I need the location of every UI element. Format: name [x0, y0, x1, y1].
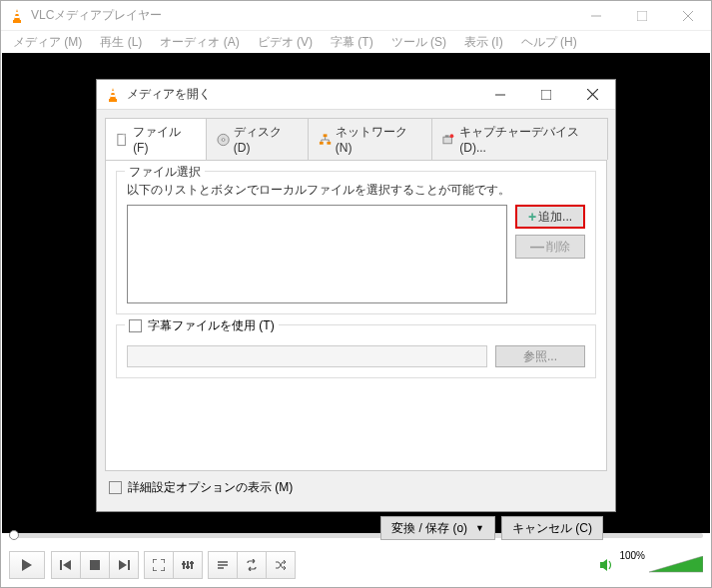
- stop-button[interactable]: [80, 551, 110, 579]
- dialog-titlebar: メディアを開く: [97, 80, 615, 110]
- file-selection-fieldset: ファイル選択 以下のリストとボタンでローカルファイルを選択することが可能です。 …: [116, 171, 596, 314]
- convert-save-button[interactable]: 変換 / 保存 (o) ▼: [380, 516, 495, 540]
- tab-file[interactable]: ファイル (F): [105, 118, 207, 160]
- svg-rect-38: [320, 141, 324, 144]
- speaker-icon[interactable]: [599, 557, 615, 573]
- close-button[interactable]: [665, 1, 711, 31]
- tab-network[interactable]: ネットワーク (N): [308, 118, 433, 160]
- menu-audio[interactable]: オーディオ (A): [152, 32, 247, 53]
- svg-marker-8: [22, 559, 32, 571]
- tabs: ファイル (F) ディスク (D) ネットワーク (N) キャプチャーデバイス(…: [105, 118, 607, 160]
- minimize-button[interactable]: [573, 1, 619, 31]
- file-selection-desc: 以下のリストとボタンでローカルファイルを選択することが可能です。: [127, 182, 585, 199]
- minus-icon: —: [530, 239, 544, 255]
- dialog-title: メディアを開く: [127, 86, 477, 103]
- add-button[interactable]: + 追加...: [515, 205, 585, 229]
- next-button[interactable]: [109, 551, 139, 579]
- svg-rect-41: [445, 135, 449, 137]
- svg-rect-9: [60, 560, 62, 570]
- svg-point-36: [222, 138, 225, 141]
- playback-controls: 100%: [9, 549, 703, 581]
- volume-area: 100%: [599, 556, 703, 574]
- prev-button[interactable]: [51, 551, 81, 579]
- tab-content: ファイル選択 以下のリストとボタンでローカルファイルを選択することが可能です。 …: [105, 160, 607, 471]
- svg-marker-10: [63, 560, 71, 570]
- menu-video[interactable]: ビデオ (V): [250, 32, 321, 53]
- svg-rect-13: [128, 560, 130, 570]
- dropdown-arrow-icon: ▼: [475, 523, 484, 533]
- svg-rect-5: [637, 11, 647, 21]
- advanced-label: 詳細設定オプションの表示 (M): [128, 479, 293, 496]
- svg-marker-24: [649, 556, 703, 572]
- volume-value: 100%: [619, 550, 645, 561]
- subtitle-path-input: [127, 345, 487, 367]
- svg-rect-27: [111, 91, 115, 93]
- menu-playback[interactable]: 再生 (L): [92, 32, 150, 53]
- subtitle-checkbox-label: 字幕ファイルを使用 (T): [148, 317, 275, 334]
- open-media-dialog: メディアを開く ファイル (F) ディスク (D) ネットワーク (N) キャプ…: [96, 79, 616, 512]
- dialog-bottom-row: 詳細設定オプションの表示 (M) 変換 / 保存 (o) ▼ キャンセル (C): [109, 479, 603, 540]
- svg-rect-39: [327, 141, 331, 144]
- advanced-checkbox[interactable]: [109, 481, 122, 494]
- main-titlebar: VLCメディアプレイヤー: [1, 1, 711, 31]
- playlist-button[interactable]: [208, 551, 238, 579]
- svg-rect-30: [541, 90, 551, 100]
- tab-capture[interactable]: キャプチャーデバイス(D)...: [431, 118, 608, 160]
- svg-marker-23: [600, 559, 607, 571]
- seek-thumb[interactable]: [9, 530, 19, 540]
- vlc-logo-icon: [105, 87, 121, 103]
- file-icon: [116, 133, 129, 147]
- dialog-minimize-button[interactable]: [477, 80, 523, 110]
- play-button[interactable]: [9, 551, 45, 579]
- menu-tools[interactable]: ツール (S): [383, 32, 454, 53]
- svg-point-42: [450, 134, 454, 138]
- svg-rect-11: [90, 560, 100, 570]
- file-selection-legend: ファイル選択: [125, 164, 205, 181]
- menu-help[interactable]: ヘルプ (H): [513, 32, 585, 53]
- network-icon: [319, 133, 332, 147]
- disc-icon: [217, 133, 230, 147]
- svg-rect-2: [15, 12, 19, 14]
- volume-slider[interactable]: [649, 556, 703, 574]
- svg-marker-0: [14, 9, 20, 20]
- svg-marker-25: [110, 88, 116, 99]
- dialog-close-button[interactable]: [569, 80, 615, 110]
- random-button[interactable]: [266, 551, 296, 579]
- capture-icon: [442, 133, 455, 147]
- menu-view[interactable]: 表示 (I): [456, 32, 511, 53]
- loop-button[interactable]: [237, 551, 267, 579]
- cancel-button[interactable]: キャンセル (C): [501, 516, 603, 540]
- ext-settings-button[interactable]: [173, 551, 203, 579]
- file-list[interactable]: [127, 205, 507, 303]
- svg-rect-26: [109, 99, 117, 102]
- subtitle-fieldset: 字幕ファイルを使用 (T) 参照...: [116, 324, 596, 378]
- svg-rect-40: [443, 137, 451, 144]
- main-window-controls: [573, 1, 711, 31]
- svg-rect-18: [186, 566, 190, 568]
- svg-rect-17: [182, 563, 186, 565]
- menu-subtitle[interactable]: 字幕 (T): [323, 32, 381, 53]
- main-title: VLCメディアプレイヤー: [31, 7, 573, 24]
- fullscreen-button[interactable]: [144, 551, 174, 579]
- svg-rect-37: [323, 134, 327, 137]
- menubar: メディア (M) 再生 (L) オーディオ (A) ビデオ (V) 字幕 (T)…: [1, 31, 711, 53]
- svg-marker-12: [119, 560, 127, 570]
- plus-icon: +: [528, 209, 536, 225]
- maximize-button[interactable]: [619, 1, 665, 31]
- vlc-logo-icon: [9, 8, 25, 24]
- remove-button[interactable]: — 削除: [515, 235, 585, 259]
- svg-rect-1: [13, 20, 21, 23]
- svg-rect-19: [190, 562, 194, 564]
- subtitle-checkbox[interactable]: [129, 319, 142, 332]
- menu-media[interactable]: メディア (M): [5, 32, 90, 53]
- svg-rect-3: [15, 16, 20, 18]
- dialog-maximize-button[interactable]: [523, 80, 569, 110]
- svg-rect-28: [111, 95, 116, 97]
- tab-disc[interactable]: ディスク (D): [206, 118, 309, 160]
- browse-button[interactable]: 参照...: [495, 345, 585, 367]
